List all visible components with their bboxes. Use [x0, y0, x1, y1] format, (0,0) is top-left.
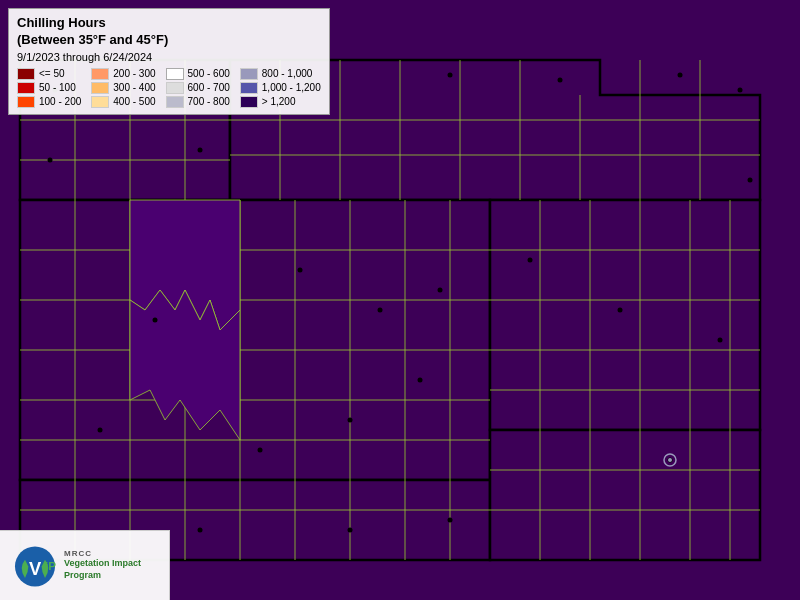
- legend-item-10: 800 - 1,000: [240, 68, 321, 80]
- svg-point-67: [348, 418, 353, 423]
- vip-text-block: MRCC Vegetation Impact Program: [64, 549, 159, 581]
- legend-item-1: <= 50: [17, 68, 81, 80]
- svg-point-71: [618, 308, 623, 313]
- svg-point-59: [678, 73, 683, 78]
- legend: Chilling Hours (Between 35°F and 45°F) 9…: [8, 8, 330, 115]
- svg-point-62: [198, 148, 203, 153]
- map-container: Chilling Hours (Between 35°F and 45°F) 9…: [0, 0, 800, 600]
- legend-swatch-3: [17, 96, 35, 108]
- svg-point-76: [198, 528, 203, 533]
- legend-item-3: 100 - 200: [17, 96, 81, 108]
- svg-point-64: [153, 318, 158, 323]
- legend-date: 9/1/2023 through 6/24/2024: [17, 51, 321, 63]
- legend-item-9: 700 - 800: [166, 96, 230, 108]
- svg-point-77: [348, 528, 353, 533]
- legend-swatch-5: [91, 82, 109, 94]
- legend-title: Chilling Hours (Between 35°F and 45°F): [17, 15, 321, 49]
- svg-point-75: [98, 428, 103, 433]
- legend-item-2: 50 - 100: [17, 82, 81, 94]
- legend-item-4: 200 - 300: [91, 68, 155, 80]
- svg-point-74: [748, 178, 753, 183]
- legend-swatch-9: [166, 96, 184, 108]
- legend-swatch-1: [17, 68, 35, 80]
- legend-swatch-11: [240, 82, 258, 94]
- legend-item-5: 300 - 400: [91, 82, 155, 94]
- legend-swatch-10: [240, 68, 258, 80]
- legend-swatch-2: [17, 82, 35, 94]
- svg-point-80: [668, 458, 672, 462]
- legend-swatch-12: [240, 96, 258, 108]
- vip-program-name: Vegetation Impact Program: [64, 558, 159, 581]
- legend-swatch-8: [166, 82, 184, 94]
- legend-item-8: 600 - 700: [166, 82, 230, 94]
- legend-items: <= 50 200 - 300 500 - 600 800 - 1,000 50…: [17, 68, 321, 108]
- legend-item-6: 400 - 500: [91, 96, 155, 108]
- svg-point-73: [718, 338, 723, 343]
- svg-point-68: [258, 448, 263, 453]
- legend-swatch-6: [91, 96, 109, 108]
- svg-point-70: [528, 258, 533, 263]
- svg-text:iP: iP: [45, 558, 56, 571]
- svg-point-66: [418, 378, 423, 383]
- svg-point-61: [48, 158, 53, 163]
- svg-point-57: [448, 73, 453, 78]
- svg-point-60: [738, 88, 743, 93]
- legend-swatch-7: [166, 68, 184, 80]
- svg-point-58: [558, 78, 563, 83]
- legend-item-12: > 1,200: [240, 96, 321, 108]
- legend-swatch-4: [91, 68, 109, 80]
- svg-text:V: V: [29, 557, 42, 578]
- vip-logo: V iP MRCC Vegetation Impact Program: [0, 530, 170, 600]
- svg-point-69: [438, 288, 443, 293]
- svg-point-65: [378, 308, 383, 313]
- svg-point-63: [298, 268, 303, 273]
- legend-item-11: 1,000 - 1,200: [240, 82, 321, 94]
- legend-item-7: 500 - 600: [166, 68, 230, 80]
- vip-logo-svg: V iP: [10, 541, 60, 591]
- mrcc-label: MRCC: [64, 549, 159, 558]
- svg-point-78: [448, 518, 453, 523]
